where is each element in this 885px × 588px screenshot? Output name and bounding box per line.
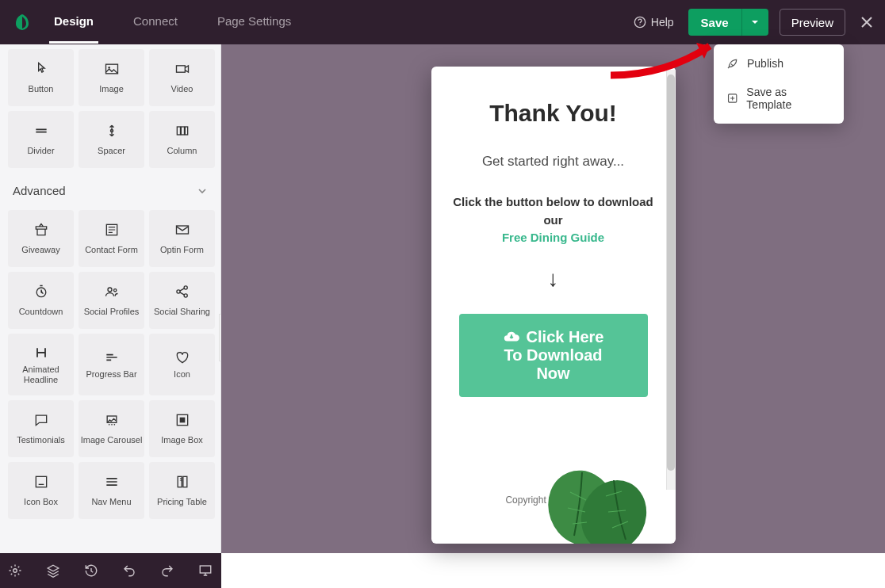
block-progress-bar[interactable]: Progress Bar — [79, 334, 144, 395]
svg-rect-11 — [176, 226, 188, 234]
copy-link: Free Dining Guide — [502, 231, 604, 244]
headline-icon — [33, 344, 49, 361]
close-icon[interactable] — [860, 15, 874, 29]
block-giveaway[interactable]: Giveaway — [8, 210, 74, 267]
progress-icon — [104, 349, 120, 366]
block-social-sharing[interactable]: Social Sharing — [149, 272, 215, 329]
block-pricing-table[interactable]: $Pricing Table — [149, 462, 215, 519]
section-advanced-header[interactable]: Advanced — [0, 173, 220, 205]
section-advanced-label: Advanced — [13, 184, 66, 197]
undo-icon — [122, 563, 136, 578]
save-dropdown-toggle[interactable] — [741, 9, 768, 36]
block-divider[interactable]: Divider — [8, 111, 74, 168]
block-testimonials[interactable]: Testimonials — [8, 400, 74, 457]
divider-icon — [33, 122, 49, 139]
tab-connect[interactable]: Connect — [128, 1, 182, 44]
pointer-icon — [33, 60, 49, 78]
image-box-icon — [174, 411, 190, 429]
block-label: Testimonials — [17, 435, 65, 445]
app-logo-icon — [11, 11, 33, 33]
envelope-icon — [174, 221, 190, 239]
help-link[interactable]: Help — [634, 16, 674, 29]
thank-you-title[interactable]: Thank You! — [452, 100, 655, 127]
redo-button[interactable] — [160, 563, 174, 578]
block-social-profiles[interactable]: Social Profiles — [79, 272, 144, 329]
pricing-icon: $ — [174, 473, 190, 491]
preview-button[interactable]: Preview — [780, 9, 845, 36]
block-image[interactable]: Image — [79, 49, 144, 106]
gift-icon — [33, 221, 49, 239]
block-animated-headline[interactable]: Animated Headline — [8, 334, 74, 395]
svg-point-21 — [113, 424, 115, 426]
carousel-icon — [104, 411, 120, 429]
block-label: Social Profiles — [84, 307, 140, 317]
block-image-box[interactable]: Image Box — [149, 400, 215, 457]
people-icon — [104, 283, 120, 300]
svg-rect-23 — [179, 418, 185, 423]
layers-icon — [46, 563, 60, 578]
block-countdown[interactable]: Countdown — [8, 272, 74, 329]
svg-rect-9 — [185, 127, 187, 135]
block-image-carousel[interactable]: Image Carousel — [79, 400, 144, 457]
block-spacer[interactable]: Spacer — [79, 111, 144, 168]
responsive-button[interactable] — [198, 563, 213, 578]
svg-rect-26 — [182, 477, 186, 487]
block-label: Giveaway — [21, 245, 59, 255]
blocks-sidebar: Button Image Video Divider Spacer Column — [0, 44, 221, 553]
undo-button[interactable] — [122, 563, 136, 578]
bottom-toolbar — [0, 553, 221, 588]
advanced-blocks-grid: Giveaway Contact Form Optin Form Countdo… — [0, 205, 220, 524]
save-button[interactable]: Save — [688, 9, 741, 36]
history-button[interactable] — [84, 563, 98, 578]
dropdown-save-template-label: Save as Template — [746, 86, 831, 111]
block-label: Column — [167, 146, 197, 156]
block-label: Image Box — [161, 435, 203, 445]
chat-icon — [33, 411, 49, 429]
heart-icon — [174, 349, 190, 366]
tab-design[interactable]: Design — [49, 1, 98, 44]
block-label: Progress Bar — [86, 369, 136, 380]
form-icon — [104, 221, 120, 239]
block-icon[interactable]: Icon — [149, 334, 215, 395]
svg-point-14 — [113, 289, 116, 292]
caret-down-icon — [751, 18, 759, 26]
dropdown-publish-label: Publish — [747, 57, 783, 70]
block-optin-form[interactable]: Optin Form — [149, 210, 215, 267]
download-cta-button[interactable]: Click Here To Download Now — [459, 314, 648, 397]
block-button[interactable]: Button — [8, 49, 74, 106]
thank-you-copy[interactable]: Click the button below to download our F… — [452, 193, 655, 247]
svg-rect-24 — [36, 477, 46, 487]
block-video[interactable]: Video — [149, 49, 215, 106]
svg-rect-7 — [177, 127, 180, 135]
block-label: Nav Menu — [91, 497, 131, 507]
block-label: Contact Form — [85, 245, 138, 255]
cta-line3: Now — [536, 365, 569, 383]
block-label: Divider — [27, 146, 54, 156]
svg-point-30 — [13, 569, 17, 573]
block-label: Countdown — [19, 307, 63, 317]
icon-box-icon — [33, 473, 49, 491]
cloud-download-icon — [503, 328, 520, 346]
thank-you-subtitle[interactable]: Get started right away... — [452, 154, 655, 170]
copy-text: Click the button below to download our — [453, 195, 653, 227]
block-nav-menu[interactable]: Nav Menu — [79, 462, 144, 519]
help-label: Help — [651, 16, 674, 29]
block-label: Image — [99, 84, 124, 94]
save-button-group: Save — [688, 9, 768, 36]
save-dropdown-menu: Publish Save as Template — [714, 44, 844, 124]
chevron-down-icon — [197, 185, 208, 197]
block-contact-form[interactable]: Contact Form — [79, 210, 144, 267]
block-icon-box[interactable]: Icon Box — [8, 462, 74, 519]
settings-button[interactable] — [8, 563, 22, 578]
layers-button[interactable] — [46, 563, 60, 578]
video-icon — [174, 60, 190, 78]
menu-icon — [104, 473, 120, 491]
svg-point-19 — [108, 424, 109, 426]
block-column[interactable]: Column — [149, 111, 215, 168]
dropdown-save-template[interactable]: Save as Template — [714, 78, 844, 119]
svg-rect-31 — [200, 566, 211, 573]
rocket-icon — [726, 57, 739, 70]
tab-page-settings[interactable]: Page Settings — [213, 1, 296, 44]
cta-line2: To Download — [504, 346, 602, 365]
dropdown-publish[interactable]: Publish — [714, 49, 844, 78]
